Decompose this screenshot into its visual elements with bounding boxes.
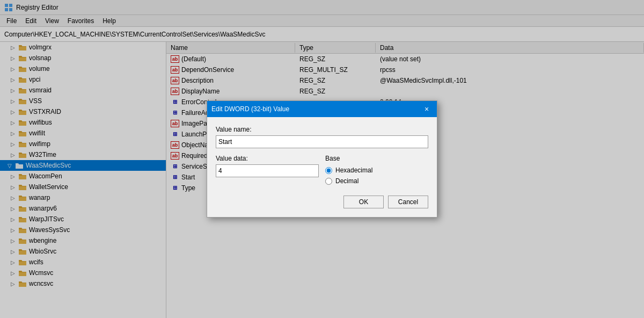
dialog-title-bar: Edit DWORD (32-bit) Value × [207, 101, 437, 117]
dialog-body: Value name: Value data: Base Hexadecimal [207, 117, 437, 217]
dialog-overlay: Edit DWORD (32-bit) Value × Value name: … [0, 0, 644, 318]
radio-hexadecimal-input[interactable] [325, 167, 332, 174]
cancel-button[interactable]: Cancel [388, 196, 428, 208]
radio-hexadecimal[interactable]: Hexadecimal [325, 167, 428, 174]
base-radio-group: Hexadecimal Decimal [325, 167, 428, 185]
dialog-value-base-row: Value data: Base Hexadecimal Decimal [216, 155, 428, 185]
radio-decimal-label: Decimal [335, 177, 358, 185]
base-section: Base Hexadecimal Decimal [325, 155, 428, 185]
base-label: Base [325, 155, 428, 162]
radio-hexadecimal-label: Hexadecimal [335, 167, 372, 174]
edit-dword-dialog: Edit DWORD (32-bit) Value × Value name: … [207, 100, 437, 218]
radio-decimal[interactable]: Decimal [325, 177, 428, 185]
value-data-section: Value data: [216, 155, 319, 185]
value-data-label: Value data: [216, 155, 319, 162]
value-name-label: Value name: [216, 126, 428, 133]
ok-button[interactable]: OK [343, 196, 384, 208]
value-data-input[interactable] [216, 164, 319, 177]
dialog-close-button[interactable]: × [421, 103, 433, 115]
value-name-input[interactable] [216, 135, 428, 148]
radio-decimal-input[interactable] [325, 178, 332, 185]
dialog-title-text: Edit DWORD (32-bit) Value [211, 105, 289, 113]
dialog-buttons: OK Cancel [216, 193, 428, 208]
